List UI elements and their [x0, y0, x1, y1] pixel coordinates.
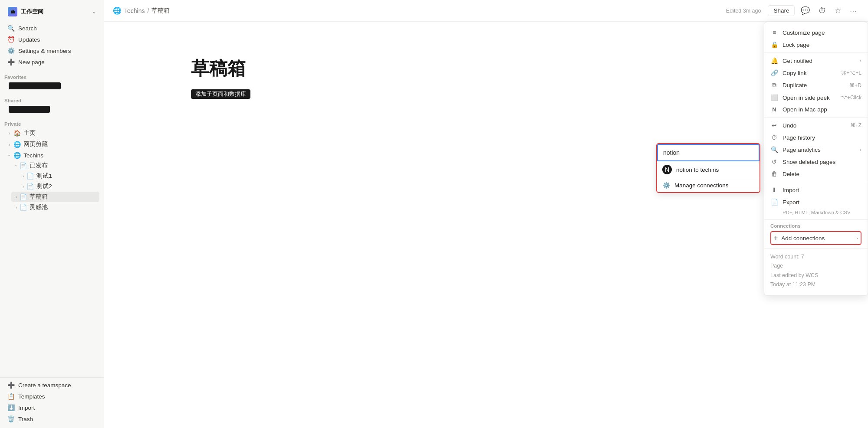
lock-icon: 🔒	[770, 41, 778, 48]
sidebar-item-label: 主页	[23, 129, 36, 137]
shared-item[interactable]	[4, 104, 99, 114]
menu-item-label: Show deleted pages	[783, 159, 861, 165]
delete-item[interactable]: 🗑 Delete	[764, 168, 868, 180]
sidebar-item-new-page[interactable]: ➕ New page	[3, 56, 101, 68]
share-button[interactable]: Share	[768, 5, 795, 16]
topbar-actions: Edited 3m ago Share 💬 ⏱ ☆ ···	[726, 4, 859, 17]
menu-item-label: Open in Mac app	[783, 106, 861, 113]
trash-icon: 🗑️	[7, 415, 15, 422]
import-item[interactable]: ⬇ Import	[764, 184, 868, 196]
more-options-button[interactable]: ···	[847, 5, 859, 16]
gear-icon: ⚙️	[662, 182, 670, 189]
chevron-right-icon: ›	[23, 174, 24, 179]
favorites-label: Favorites	[4, 75, 99, 80]
sidebar-nav: 🔍 Search ⏰ Updates ⚙️ Settings & members…	[0, 21, 104, 69]
chevron-down-icon: ›	[14, 165, 19, 166]
import-icon: ⬇️	[7, 404, 15, 411]
page-body: 草稿箱 添加子页面和数据库	[104, 22, 868, 428]
menu-item-label: Copy link	[783, 70, 837, 76]
sidebar-item-trash[interactable]: 🗑️ Trash	[3, 413, 101, 425]
lock-page-item[interactable]: 🔒 Lock page	[764, 39, 868, 51]
page-icon: 📄	[20, 204, 27, 211]
customize-page-item[interactable]: ≡ Customize page	[764, 26, 868, 39]
comment-button[interactable]: 💬	[798, 4, 812, 17]
sidebar-item-test2[interactable]: › 📄 测试2	[18, 181, 99, 192]
side-peek-icon: ⬜	[770, 94, 778, 101]
favorite-button[interactable]: ☆	[832, 4, 844, 17]
workspace-button[interactable]: 🏔 工作空间 ⌄	[3, 4, 100, 19]
sidebar-item-label: 草稿箱	[30, 193, 48, 201]
menu-section-share: 🔔 Get notified › 🔗 Copy link ⌘+⌥+L ⧉ Dup…	[764, 53, 868, 118]
sidebar-item-templates[interactable]: 📋 Templates	[3, 391, 101, 402]
breadcrumb-workspace[interactable]: Techins	[124, 7, 145, 14]
history-button[interactable]: ⏱	[816, 5, 829, 17]
sidebar-item-techins[interactable]: › 🌐 Techins	[4, 150, 99, 160]
page-analytics-item[interactable]: 🔍 Page analytics ›	[764, 144, 868, 156]
sidebar-item-published[interactable]: › 📄 已发布	[11, 160, 99, 171]
export-item[interactable]: 📄 Export PDF, HTML, Markdown & CSV	[764, 196, 868, 218]
export-icon: 📄	[770, 199, 778, 206]
redacted-favorites	[9, 82, 61, 89]
export-subtitle: PDF, HTML, Markdown & CSV	[783, 210, 851, 215]
favorites-item[interactable]	[4, 81, 99, 91]
menu-section-customize: ≡ Customize page 🔒 Lock page	[764, 25, 868, 53]
copy-link-item[interactable]: 🔗 Copy link ⌘+⌥+L	[764, 67, 868, 79]
shortcut-label: ⌘+D	[849, 82, 861, 88]
sidebar-item-settings[interactable]: ⚙️ Settings & members	[3, 45, 101, 56]
chevron-right-icon: ›	[9, 142, 10, 147]
sidebar-item-updates[interactable]: ⏰ Updates	[3, 34, 101, 45]
menu-section-history: ↩ Undo ⌘+Z ⏱ Page history 🔍 Page analyti…	[764, 118, 868, 182]
connection-result-item[interactable]: N notion to techins	[657, 161, 760, 178]
connection-search-popup: N notion to techins ⚙️ Manage connection…	[656, 143, 760, 193]
sidebar-item-test1[interactable]: › 📄 测试1	[18, 171, 99, 181]
show-deleted-item[interactable]: ↺ Show deleted pages	[764, 156, 868, 168]
add-subpage-button[interactable]: 添加子页面和数据库	[191, 89, 250, 99]
sidebar-item-web-clips[interactable]: › 🌐 网页剪藏	[4, 139, 99, 150]
redacted-shared	[9, 106, 50, 113]
add-connections-button[interactable]: + Add connections ›	[770, 231, 861, 245]
open-side-peek-item[interactable]: ⬜ Open in side peek ⌥+Click	[764, 91, 868, 104]
page-history-item[interactable]: ⏱ Page history	[764, 131, 868, 144]
deleted-icon: ↺	[770, 158, 778, 165]
menu-item-label: Page history	[783, 134, 861, 141]
sidebar-item-label: Import	[18, 405, 35, 411]
duplicate-item[interactable]: ⧉ Duplicate ⌘+D	[764, 79, 868, 91]
sidebar: 🏔 工作空间 ⌄ 🔍 Search ⏰ Updates ⚙️ Settings …	[0, 0, 104, 428]
add-connections-label: Add connections	[781, 235, 825, 242]
private-label: Private	[4, 121, 99, 127]
shortcut-label: ⌘+Z	[850, 122, 861, 128]
notion-icon: N	[770, 106, 778, 113]
undo-item[interactable]: ↩ Undo ⌘+Z	[764, 119, 868, 131]
meta-section: Word count: 7 Page Last edited by WCS To…	[764, 248, 868, 293]
connection-search-input[interactable]	[657, 144, 760, 161]
sidebar-item-drafts[interactable]: › 📄 草稿箱	[11, 192, 99, 202]
sidebar-item-inspiration[interactable]: › 📄 灵感池	[11, 202, 99, 212]
connections-section: Connections + Add connections ›	[764, 220, 868, 248]
page-type: Page	[770, 261, 861, 271]
get-notified-item[interactable]: 🔔 Get notified ›	[764, 55, 868, 67]
arrow-right-icon: ›	[860, 58, 861, 63]
chevron-down-icon: ›	[7, 154, 12, 156]
customize-icon: ≡	[770, 29, 778, 36]
chevron-down-icon: ⌄	[92, 9, 96, 15]
updates-icon: ⏰	[7, 36, 15, 43]
import-icon: ⬇	[770, 186, 778, 193]
open-mac-app-item[interactable]: N Open in Mac app	[764, 104, 868, 115]
chevron-right-icon: ›	[16, 205, 17, 210]
link-icon: 🔗	[770, 69, 778, 76]
sidebar-item-create-teamspace[interactable]: ➕ Create a teamspace	[3, 379, 101, 391]
templates-icon: 📋	[7, 393, 15, 400]
manage-connections-item[interactable]: ⚙️ Manage connections	[657, 178, 760, 192]
page-title: 草稿箱	[191, 56, 781, 81]
sidebar-item-label: Settings & members	[18, 48, 71, 54]
sidebar-item-main-page[interactable]: › 🏠 主页	[4, 127, 99, 139]
sidebar-item-label: 测试1	[36, 172, 52, 180]
arrow-right-icon: ›	[856, 235, 858, 241]
arrow-right-icon: ›	[860, 147, 861, 152]
sidebar-item-search[interactable]: 🔍 Search	[3, 23, 101, 34]
breadcrumb-current-page[interactable]: 草稿箱	[151, 7, 170, 15]
menu-item-label: Lock page	[783, 42, 861, 48]
settings-icon: ⚙️	[7, 47, 15, 54]
bell-icon: 🔔	[770, 57, 778, 64]
sidebar-item-import[interactable]: ⬇️ Import	[3, 402, 101, 413]
